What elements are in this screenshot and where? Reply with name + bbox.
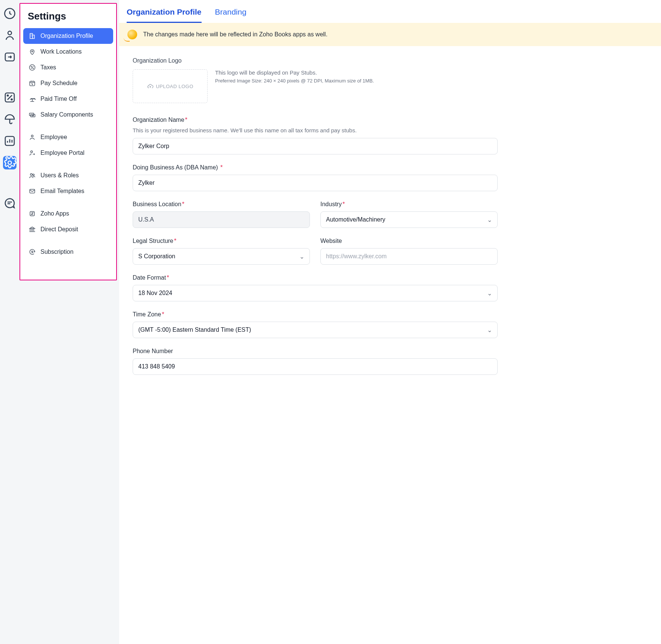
pin-icon: [28, 48, 36, 55]
building-icon: [28, 32, 36, 40]
timezone-select[interactable]: (GMT -5:00) Eastern Standard Time (EST) …: [133, 322, 498, 338]
bank-icon: [28, 226, 36, 233]
app-icon-rail: [0, 0, 19, 644]
tab-branding[interactable]: Branding: [215, 7, 247, 23]
cloud-upload-icon: [147, 83, 154, 90]
sidebar-item-employee[interactable]: Employee: [23, 129, 113, 145]
svg-point-5: [11, 99, 12, 100]
website-input[interactable]: [320, 248, 498, 265]
legal-structure-select[interactable]: S Corporation ⌄: [133, 248, 310, 265]
sidebar-item-users-roles[interactable]: Users & Roles: [23, 168, 113, 183]
svg-point-19: [31, 151, 33, 153]
phone-label: Phone Number: [133, 348, 498, 355]
dba-input[interactable]: [133, 175, 498, 191]
timezone-label: Time Zone*: [133, 311, 498, 318]
inbox-arrow-icon[interactable]: [3, 50, 16, 64]
user-icon: [28, 133, 36, 141]
sidebar-item-label: Taxes: [40, 64, 56, 71]
info-banner: The changes made here will be reflected …: [119, 23, 661, 46]
svg-point-12: [31, 66, 32, 67]
sidebar-title: Settings: [23, 10, 113, 28]
envelope-icon: [28, 187, 36, 195]
dollar-refresh-icon: [28, 248, 36, 256]
sidebar-item-label: Organization Profile: [40, 33, 93, 39]
dba-label: Doing Business As (DBA Name) *: [133, 164, 498, 171]
lightbulb-icon: [127, 30, 137, 39]
timezone-value: (GMT -5:00) Eastern Standard Time (EST): [138, 326, 251, 333]
percent-icon[interactable]: [3, 91, 16, 104]
tabs: Organization Profile Branding: [119, 0, 661, 23]
org-name-input[interactable]: [133, 138, 498, 154]
sidebar-item-work-locations[interactable]: Work Locations: [23, 44, 113, 60]
sidebar-item-employee-portal[interactable]: Employee Portal: [23, 145, 113, 161]
industry-select[interactable]: Automotive/Machinery ⌄: [320, 211, 498, 228]
settings-sidebar: Settings Organization Profile Work Locat…: [19, 3, 117, 280]
sidebar-item-taxes[interactable]: Taxes: [23, 60, 113, 75]
svg-point-21: [33, 174, 34, 175]
logo-hint-2: Preferred Image Size: 240 × 240 pixels @…: [215, 78, 374, 84]
sidebar-item-label: Employee: [40, 134, 67, 141]
user-arrow-icon: [28, 149, 36, 157]
chevron-down-icon: ⌄: [299, 253, 304, 260]
users-icon: [28, 172, 36, 179]
sidebar-item-label: Subscription: [40, 249, 73, 255]
sidebar-item-label: Pay Schedule: [40, 80, 78, 87]
calendar-dollar-icon: [28, 79, 36, 87]
dashboard-icon[interactable]: [3, 7, 16, 20]
legal-structure-value: S Corporation: [138, 253, 175, 260]
sidebar-item-label: Direct Deposit: [40, 226, 78, 233]
sidebar-item-label: Paid Time Off: [40, 96, 77, 102]
date-format-label: Date Format*: [133, 274, 498, 281]
business-location-label: Business Location*: [133, 201, 310, 208]
phone-input[interactable]: [133, 358, 498, 375]
svg-point-20: [30, 174, 32, 175]
org-name-label: Organization Name*: [133, 117, 498, 123]
svg-point-7: [8, 161, 12, 165]
banner-text: The changes made here will be reflected …: [143, 31, 328, 38]
sidebar-item-direct-deposit[interactable]: Direct Deposit: [23, 222, 113, 237]
upload-logo-dropzone[interactable]: UPLOAD LOGO: [133, 69, 208, 103]
svg-rect-9: [33, 35, 34, 39]
chevron-down-icon: ⌄: [487, 326, 492, 334]
date-format-select[interactable]: 18 Nov 2024 ⌄: [133, 285, 498, 301]
logo-hint-1: This logo will be displayed on Pay Stubs…: [215, 69, 374, 76]
website-label: Website: [320, 238, 498, 244]
tab-organization-profile[interactable]: Organization Profile: [127, 7, 202, 23]
umbrella-icon[interactable]: [3, 112, 16, 126]
palm-icon: [28, 95, 36, 103]
org-name-hint: This is your registered business name. W…: [133, 127, 498, 133]
svg-point-1: [8, 31, 12, 35]
date-format-value: 18 Nov 2024: [138, 290, 172, 297]
sidebar-item-label: Zoho Apps: [40, 210, 69, 217]
z-box-icon: [28, 210, 36, 217]
settings-icon[interactable]: [3, 156, 16, 169]
business-location-input: [133, 211, 310, 228]
person-icon[interactable]: [3, 28, 16, 42]
sidebar-item-label: Employee Portal: [40, 150, 84, 156]
logo-heading: Organization Logo: [133, 57, 498, 64]
sidebar-item-label: Users & Roles: [40, 172, 79, 179]
svg-rect-8: [30, 33, 33, 38]
svg-point-4: [7, 95, 8, 96]
sidebar-item-label: Salary Components: [40, 111, 93, 118]
bar-chart-icon[interactable]: [3, 134, 16, 148]
main-content: Organization Profile Branding The change…: [119, 0, 661, 644]
sidebar-item-organization-profile[interactable]: Organization Profile: [23, 28, 113, 44]
upload-logo-label: UPLOAD LOGO: [156, 84, 193, 89]
percent-circle-icon: [28, 64, 36, 71]
sidebar-item-salary-components[interactable]: Salary Components: [23, 107, 113, 123]
chevron-down-icon: ⌄: [487, 216, 492, 223]
cash-stack-icon: [28, 111, 36, 118]
legal-structure-label: Legal Structure*: [133, 238, 310, 244]
industry-label: Industry*: [320, 201, 498, 208]
industry-value: Automotive/Machinery: [326, 216, 385, 223]
sidebar-item-pay-schedule[interactable]: Pay Schedule: [23, 75, 113, 91]
sidebar-item-label: Work Locations: [40, 48, 82, 55]
sidebar-item-paid-time-off[interactable]: Paid Time Off: [23, 91, 113, 107]
svg-point-10: [31, 51, 33, 52]
sidebar-item-zoho-apps[interactable]: Zoho Apps: [23, 206, 113, 222]
svg-point-13: [33, 68, 34, 69]
sidebar-item-email-templates[interactable]: Email Templates: [23, 183, 113, 199]
sidebar-item-subscription[interactable]: Subscription: [23, 244, 113, 260]
chat-icon[interactable]: [3, 196, 16, 210]
